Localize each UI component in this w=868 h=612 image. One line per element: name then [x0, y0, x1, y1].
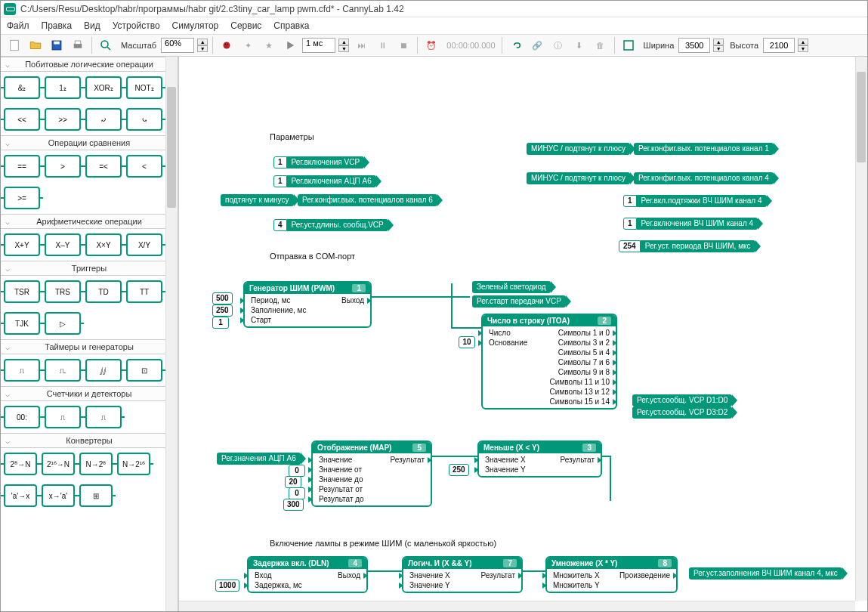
- param-ch1-cfg[interactable]: Рег.конфиг.вых. потенциалов канал 1: [634, 143, 774, 155]
- sidebar-scrollbar[interactable]: [165, 57, 178, 612]
- blk-cv3[interactable]: N→2⁸: [79, 453, 113, 475]
- block-mul[interactable]: Умножение (X * Y)8 Множитель XПроизведен…: [545, 556, 678, 593]
- blk-gt[interactable]: >: [45, 155, 81, 178]
- menu-view[interactable]: Вид: [84, 20, 100, 31]
- timestep-select[interactable]: 1 мс: [302, 38, 335, 53]
- zoom-spin[interactable]: ▲▼: [197, 39, 208, 52]
- print-icon[interactable]: [69, 36, 87, 54]
- blk-tm1[interactable]: ⎍: [4, 359, 40, 382]
- clock-icon[interactable]: ⏰: [422, 36, 440, 54]
- cat-bitwise[interactable]: ⌵Побитовые логические операции: [1, 57, 178, 72]
- cat-timers[interactable]: ⌵Таймеры и генераторы: [1, 339, 178, 354]
- star-icon[interactable]: ★: [260, 36, 278, 54]
- blk-tt[interactable]: TT: [126, 280, 162, 303]
- new-file-icon[interactable]: [5, 36, 23, 54]
- block-itoa[interactable]: Число в строку (ITOA)2 ЧислоСимволы 1 и …: [481, 314, 617, 410]
- blk-not[interactable]: NOT₂: [126, 76, 162, 99]
- param-minus-plus-4[interactable]: МИНУС / подтянут к плюсу: [527, 172, 630, 184]
- blk-mul[interactable]: X×Y: [85, 233, 122, 256]
- menu-simulator[interactable]: Симулятор: [172, 20, 219, 31]
- block-and[interactable]: Логич. И (X && Y)7 Значение XРезультат З…: [402, 556, 523, 593]
- blk-ct2[interactable]: ⎍: [45, 406, 81, 428]
- cat-counters[interactable]: ⌵Счетчики и детекторы: [1, 386, 178, 401]
- blk-cv2[interactable]: 2¹⁶→N: [42, 453, 75, 475]
- blk-ct1[interactable]: 00:: [4, 406, 40, 428]
- blk-ror[interactable]: ⤿: [126, 108, 162, 131]
- blk-cv7[interactable]: ⊞: [79, 484, 113, 507]
- wire-vcp-d1d0[interactable]: Рег.уст.сообщ. VCP D1:D0: [632, 394, 732, 406]
- cat-compare[interactable]: ⌵Операции сравнения: [1, 135, 178, 150]
- wire-pwm-fill[interactable]: Рег.уст.заполнения ВЧ ШИМ канал 4, мкс: [689, 567, 842, 580]
- menu-edit[interactable]: Правка: [42, 20, 73, 31]
- itoa-base-val[interactable]: 10: [459, 336, 475, 348]
- blk-sub[interactable]: X–Y: [45, 233, 81, 256]
- blk-tm4[interactable]: ⊡: [126, 359, 162, 382]
- wire-vcp-d3d2[interactable]: Рег.уст.сообщ. VCP D3:D2: [632, 406, 732, 419]
- menu-help[interactable]: Справка: [273, 20, 309, 31]
- blk-tm3[interactable]: ⅉⅉ: [85, 359, 122, 382]
- zoom-select[interactable]: 60%: [161, 38, 194, 53]
- blk-or[interactable]: 1₂: [45, 76, 81, 99]
- blk-div[interactable]: X/Y: [126, 233, 162, 256]
- save-icon[interactable]: [48, 36, 66, 54]
- blk-cv5[interactable]: 'a'→x: [4, 484, 37, 507]
- param-minus-plus-1[interactable]: МИНУС / подтянут к плюсу: [527, 143, 630, 155]
- search-icon[interactable]: [97, 36, 115, 54]
- blk-tsr[interactable]: TSR: [4, 280, 40, 303]
- timestep-spin[interactable]: ▲▼: [338, 39, 349, 52]
- dln-delay-val[interactable]: 1000: [215, 580, 239, 592]
- width-input[interactable]: [678, 38, 710, 53]
- param-pull-minus[interactable]: подтянут к минусу: [221, 194, 294, 206]
- blk-ct3[interactable]: ⎍: [85, 406, 122, 428]
- pwm-period-val[interactable]: 500: [212, 292, 233, 304]
- less-y-val[interactable]: 250: [449, 464, 469, 476]
- param-adc-enable[interactable]: 1Рег.включения АЦП А6: [273, 175, 376, 187]
- canvas-scrollbar-horizontal[interactable]: [179, 601, 855, 612]
- blk-lt[interactable]: <: [126, 155, 162, 178]
- blk-ge[interactable]: =<: [85, 155, 122, 178]
- block-less[interactable]: Меньше (X < Y)3 Значение XРезультат Знач…: [477, 440, 602, 478]
- blk-trs[interactable]: TRS: [45, 280, 81, 303]
- unlink-icon[interactable]: 🔗: [528, 36, 546, 54]
- blk-tm2[interactable]: ⎍.: [45, 359, 81, 382]
- blk-rol[interactable]: ⤾: [85, 108, 122, 131]
- bug-icon[interactable]: [218, 36, 236, 54]
- param-pwm-period[interactable]: 254Рег.уст. периода ВЧ ШИМ, мкс: [619, 240, 755, 252]
- trash-icon[interactable]: 🗑: [592, 36, 610, 54]
- map-from-val[interactable]: 0: [289, 465, 305, 477]
- param-vcp-len[interactable]: 4Рег.уст.длины. сообщ.VCP: [273, 219, 388, 231]
- menu-file[interactable]: Файл: [7, 20, 29, 31]
- pwm-start-val[interactable]: 1: [212, 317, 229, 329]
- map-rto-val[interactable]: 300: [283, 499, 304, 511]
- cat-conv[interactable]: ⌵Конвертеры: [1, 433, 178, 448]
- block-pwm[interactable]: Генератор ШИМ (PWM)1 Период, мсВыход Зап…: [243, 281, 372, 328]
- param-pwm-ch4-en[interactable]: 1Рег.включения ВЧ ШИМ канал 4: [623, 218, 758, 230]
- blk-td[interactable]: TD: [85, 280, 122, 303]
- blk-buf[interactable]: ▷: [45, 312, 81, 335]
- blk-xor[interactable]: XOR₂: [85, 76, 122, 99]
- diagram-canvas[interactable]: Параметры Отправка в COM-порт Включение …: [179, 57, 867, 612]
- map-to-val[interactable]: 20: [285, 476, 301, 488]
- blk-cv6[interactable]: x→'a': [42, 484, 75, 507]
- play-icon[interactable]: [281, 36, 299, 54]
- block-dln[interactable]: Задержка вкл. (DLN)4 ВходВыход Задержка,…: [247, 556, 368, 593]
- canvas-scrollbar-vertical[interactable]: [855, 57, 867, 601]
- map-rfrom-val[interactable]: 0: [289, 487, 305, 499]
- wire-green-led[interactable]: Зеленый светодиод: [472, 281, 551, 293]
- menu-device[interactable]: Устройство: [113, 20, 160, 31]
- blk-cv1[interactable]: 2⁸→N: [4, 453, 37, 475]
- blk-and[interactable]: &₂: [4, 76, 40, 99]
- pwm-fill-val[interactable]: 250: [212, 304, 233, 317]
- param-ch4-cfg[interactable]: Рег.конфиг.вых. потенциалов канал 4: [634, 172, 774, 184]
- menu-service[interactable]: Сервис: [230, 20, 261, 31]
- info-icon[interactable]: ⓘ: [549, 36, 567, 54]
- step-fwd-icon[interactable]: ⏭: [352, 36, 370, 54]
- stop-icon[interactable]: ⏹: [394, 36, 412, 54]
- wand-icon[interactable]: ✦: [239, 36, 257, 54]
- width-spin[interactable]: ▲▼: [713, 39, 724, 52]
- blk-shr[interactable]: >>: [45, 108, 81, 131]
- link-icon[interactable]: [507, 36, 525, 54]
- wire-adc[interactable]: Рег.значения АЦП А6: [217, 453, 301, 465]
- open-file-icon[interactable]: [26, 36, 45, 54]
- param-vcp-enable[interactable]: 1Рег.включения VCP: [273, 156, 364, 168]
